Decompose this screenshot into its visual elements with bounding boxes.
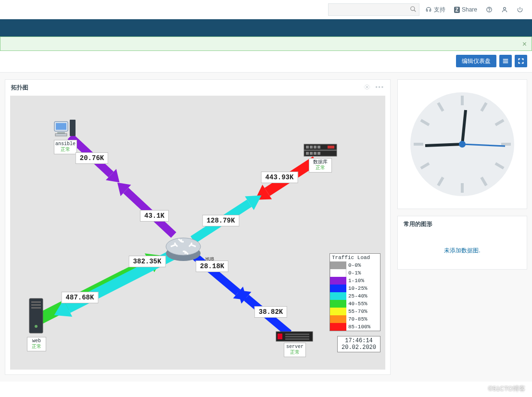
clock-panel xyxy=(397,79,527,209)
more-icon[interactable]: ••• xyxy=(375,84,384,92)
database-device-label: 数据库正常 xyxy=(309,158,332,173)
add-graph-link[interactable]: 未添加数据图. xyxy=(398,232,527,269)
server-device-icon xyxy=(276,331,313,342)
svg-line-51 xyxy=(425,144,462,146)
svg-rect-28 xyxy=(31,301,41,303)
svg-rect-36 xyxy=(285,338,309,340)
svg-point-31 xyxy=(35,325,38,328)
link-label: 38.82K xyxy=(254,306,287,318)
ansible-device-label: ansible正常 xyxy=(54,140,77,154)
svg-rect-35 xyxy=(285,336,309,337)
svg-rect-23 xyxy=(310,152,313,155)
hub-device-icon xyxy=(164,230,203,264)
fullscreen-button[interactable] xyxy=(515,55,527,67)
link-label: 487.68K xyxy=(62,292,99,303)
link-label: 43.1K xyxy=(140,210,169,222)
nav-bar xyxy=(0,19,532,37)
svg-rect-18 xyxy=(306,146,309,149)
svg-rect-22 xyxy=(306,152,309,155)
help-button[interactable] xyxy=(483,3,495,16)
edit-dashboard-button[interactable]: 编辑仪表盘 xyxy=(456,55,496,67)
svg-rect-29 xyxy=(31,304,41,306)
web-device-label: web正常 xyxy=(27,337,46,351)
svg-rect-25 xyxy=(317,152,320,155)
svg-point-3 xyxy=(489,11,490,12)
link-label: 382.35K xyxy=(129,256,166,267)
svg-rect-30 xyxy=(31,307,41,309)
timestamp-box: 17:46:14 20.02.2020 xyxy=(337,336,380,352)
svg-rect-34 xyxy=(285,334,309,335)
svg-rect-19 xyxy=(310,146,313,149)
alert-banner: × xyxy=(0,37,532,51)
support-link[interactable]: 支持 xyxy=(422,3,448,16)
search-input-wrap xyxy=(328,3,419,16)
menu-button[interactable] xyxy=(499,55,512,67)
user-button[interactable] xyxy=(498,3,511,16)
svg-rect-12 xyxy=(56,123,66,130)
search-input[interactable] xyxy=(328,3,419,16)
server-device-label: server正常 xyxy=(284,343,306,357)
share-link[interactable]: Z Share xyxy=(451,3,480,16)
graphs-panel: 常用的图形 未添加数据图. xyxy=(397,216,527,270)
svg-rect-27 xyxy=(29,298,43,333)
search-icon[interactable] xyxy=(410,6,417,14)
svg-point-8 xyxy=(367,86,368,88)
svg-point-0 xyxy=(411,7,415,11)
svg-point-4 xyxy=(504,7,506,10)
svg-rect-20 xyxy=(314,146,317,149)
clock-icon xyxy=(407,89,518,199)
share-badge-icon: Z xyxy=(454,7,460,13)
svg-point-53 xyxy=(459,141,466,148)
topology-map[interactable]: HUB ansible正常 xyxy=(10,96,385,370)
panel-title: 常用的图形 xyxy=(404,220,432,228)
link-label: 20.76K xyxy=(76,152,108,164)
svg-rect-26 xyxy=(328,146,334,149)
svg-rect-14 xyxy=(55,134,67,136)
power-button[interactable] xyxy=(514,3,526,16)
link-label: 443.93K xyxy=(261,172,298,183)
svg-rect-24 xyxy=(314,152,317,155)
link-label: 28.18K xyxy=(196,261,228,272)
link-label: 128.79K xyxy=(203,215,240,226)
svg-rect-15 xyxy=(70,120,76,136)
ansible-device-icon xyxy=(53,119,77,139)
svg-rect-33 xyxy=(278,334,282,339)
database-device-icon xyxy=(304,144,337,157)
panel-title: 拓扑图 xyxy=(11,84,28,92)
close-icon[interactable]: × xyxy=(522,40,527,49)
gear-icon[interactable] xyxy=(364,84,370,92)
svg-rect-21 xyxy=(317,146,320,149)
traffic-legend: Traffic Load 0-0%0-1%1-10%10-25%25-40%40… xyxy=(329,253,380,331)
svg-line-1 xyxy=(414,10,416,12)
topology-panel: 拓扑图 ••• xyxy=(5,79,391,375)
support-label: 支持 xyxy=(434,6,445,14)
web-device-icon xyxy=(26,298,46,336)
share-label: Share xyxy=(462,6,477,13)
